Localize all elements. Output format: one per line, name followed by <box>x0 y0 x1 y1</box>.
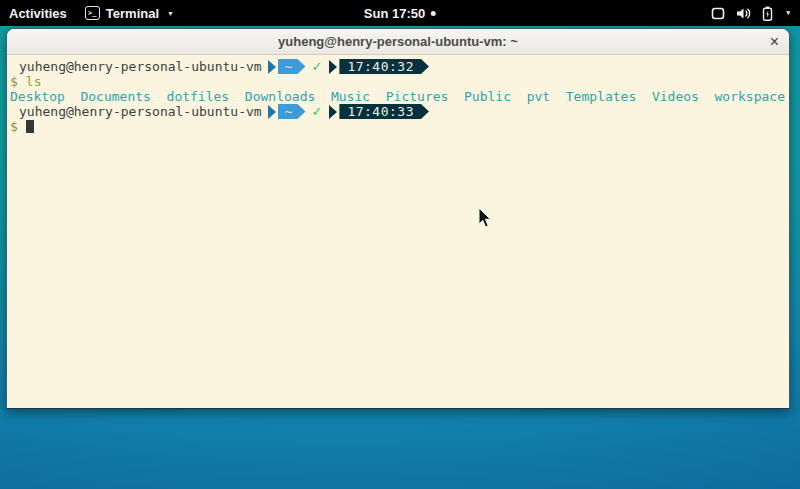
directory-item: dotfiles <box>167 89 230 104</box>
top-bar: Activities >_ Terminal ▼ Sun 17:50 <box>0 0 800 26</box>
system-tray-button[interactable]: ▾ <box>701 0 800 26</box>
powerline-arrow-icon <box>268 105 276 119</box>
clock-label: Sun 17:50 <box>364 6 425 21</box>
cwd-segment: ~ <box>278 104 306 119</box>
close-button[interactable]: × <box>770 31 779 53</box>
powerline-arrow-icon <box>268 60 276 74</box>
prompt-line: yuheng@henry-personal-ubuntu-vm ~ ✓ 17:4… <box>10 59 789 74</box>
time-segment: 17:40:33 <box>339 104 429 119</box>
prompt-line: yuheng@henry-personal-ubuntu-vm ~ ✓ 17:4… <box>10 104 789 119</box>
directory-item: Downloads <box>245 89 315 104</box>
directory-item: pvt <box>527 89 550 104</box>
input-line: $ <box>10 119 789 134</box>
prompt-host: yuheng@henry-personal-ubuntu-vm <box>19 104 262 119</box>
shell-prompt-symbol: $ <box>10 119 18 134</box>
clock-button[interactable]: Sun 17:50 <box>364 0 436 26</box>
volume-icon <box>736 7 751 20</box>
activities-button[interactable]: Activities <box>0 0 76 26</box>
desktop-screen: Activities >_ Terminal ▼ Sun 17:50 <box>0 0 800 489</box>
powerline-arrow-icon <box>329 60 337 74</box>
titlebar[interactable]: yuheng@henry-personal-ubuntu-vm: ~ × <box>7 29 789 55</box>
chevron-down-icon: ▼ <box>167 10 174 17</box>
status-check-icon: ✓ <box>311 59 322 74</box>
app-menu-button[interactable]: >_ Terminal ▼ <box>76 0 183 26</box>
terminal-app-icon: >_ <box>85 6 100 20</box>
battery-charging-icon <box>762 6 773 21</box>
shell-prompt-symbol: $ <box>10 74 18 89</box>
status-check-icon: ✓ <box>311 104 322 119</box>
time-segment: 17:40:32 <box>339 59 429 74</box>
directory-item: Music <box>331 89 370 104</box>
directory-item: Templates <box>566 89 636 104</box>
app-menu-label: Terminal <box>106 6 159 21</box>
prompt-host: yuheng@henry-personal-ubuntu-vm <box>19 59 262 74</box>
chevron-down-icon: ▾ <box>786 9 790 17</box>
screen-icon <box>711 7 725 20</box>
directory-item: Videos <box>652 89 699 104</box>
directory-item: Pictures <box>386 89 449 104</box>
directory-listing: Desktop Documents dotfiles Downloads Mus… <box>10 89 789 104</box>
window-title: yuheng@henry-personal-ubuntu-vm: ~ <box>278 34 518 49</box>
terminal-cursor <box>26 120 34 133</box>
directory-item: workspace <box>715 89 785 104</box>
desktop-background: yuheng@henry-personal-ubuntu-vm: ~ × yuh… <box>0 26 800 489</box>
command-line: $ls <box>10 74 789 89</box>
terminal-content[interactable]: yuheng@henry-personal-ubuntu-vm ~ ✓ 17:4… <box>7 56 789 408</box>
typed-command: ls <box>26 74 42 89</box>
directory-item: Documents <box>80 89 150 104</box>
directory-item: Public <box>464 89 511 104</box>
directory-item: Desktop <box>10 89 65 104</box>
terminal-window: yuheng@henry-personal-ubuntu-vm: ~ × yuh… <box>6 28 790 409</box>
cwd-segment: ~ <box>278 59 306 74</box>
notification-dot-icon <box>431 11 436 16</box>
powerline-arrow-icon <box>329 105 337 119</box>
